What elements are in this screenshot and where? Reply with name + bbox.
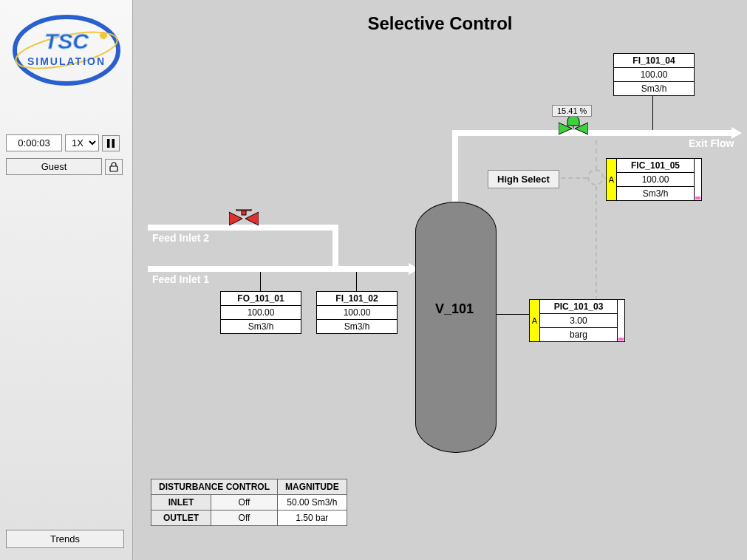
high-select-button[interactable]: High Select [488, 170, 559, 188]
tag-name: FIC_101_05 [617, 159, 694, 173]
svg-rect-5 [107, 139, 110, 148]
valve-pct-readout: 15.41 % [552, 105, 592, 117]
exit-label: Exit Flow [689, 137, 734, 149]
svg-point-2 [100, 32, 107, 39]
svg-rect-6 [112, 139, 115, 148]
inlet-label: INLET [151, 495, 211, 511]
control-valve[interactable] [559, 117, 588, 140]
tag-fi-101-02[interactable]: FI_101_02 100.00 Sm3/h [316, 291, 398, 334]
vessel-label: V_101 [414, 301, 495, 317]
tag-value: 100.00 [317, 306, 397, 320]
tag-line-fi2 [356, 272, 357, 293]
lock-button[interactable] [105, 159, 123, 175]
tag-value: 3.00 [540, 314, 617, 328]
inlet-magnitude: 50.00 Sm3/h [278, 495, 347, 511]
tag-unit: Sm3/h [221, 320, 301, 333]
tag-name: PIC_101_03 [540, 300, 617, 314]
inlet-state-button[interactable]: Off [211, 495, 278, 511]
speed-select[interactable]: 1X [65, 134, 99, 151]
tag-name: FI_101_02 [317, 292, 397, 306]
disturbance-header: DISTURBANCE CONTROL [151, 479, 278, 495]
tag-pic-101-03[interactable]: A PIC_101_03 3.00 barg [529, 299, 625, 342]
svg-text:TSC: TSC [44, 29, 89, 53]
magnitude-header: MAGNITUDE [278, 479, 347, 495]
dashed-valve-down [596, 140, 597, 170]
tag-line-pic [497, 314, 531, 315]
svg-rect-11 [236, 209, 251, 211]
svg-text:SIMULATION: SIMULATION [27, 55, 106, 67]
tag-name: FI_101_04 [614, 54, 694, 68]
feed2-label: Feed Inlet 2 [152, 232, 209, 244]
tag-value: 100.00 [221, 306, 301, 320]
lock-icon [109, 162, 118, 172]
tsc-logo: TSC SIMULATION [7, 6, 126, 95]
tag-line-fo [260, 272, 261, 293]
sidebar: TSC SIMULATION 0:00:03 1X Guest Trends [0, 0, 133, 560]
selector-junction [587, 169, 604, 185]
page-title: Selective Control [133, 13, 747, 34]
tag-unit: Sm3/h [617, 187, 694, 200]
outlet-state-button[interactable]: Off [211, 511, 278, 526]
pipe-feed2-drop [332, 225, 338, 269]
dashed-down-to-pic [596, 186, 597, 301]
user-button[interactable]: Guest [6, 158, 102, 175]
tag-value: 100.00 [614, 68, 694, 82]
controller-bar [617, 300, 624, 341]
diagram-canvas: Selective Control Feed Inlet 2 Feed Inle… [133, 0, 747, 560]
svg-rect-7 [110, 166, 117, 171]
outlet-magnitude: 1.50 bar [278, 511, 347, 526]
vessel-v101 [415, 202, 497, 453]
tag-fo-101-01[interactable]: FO_101_01 100.00 Sm3/h [220, 291, 301, 334]
tag-fic-101-05[interactable]: A FIC_101_05 100.00 Sm3/h [606, 158, 702, 201]
trends-button[interactable]: Trends [6, 530, 124, 548]
disturbance-table: DISTURBANCE CONTROL MAGNITUDE INLET Off … [151, 479, 347, 526]
pipe-feed1 [148, 266, 410, 272]
svg-marker-8 [229, 212, 242, 225]
tag-name: FO_101_01 [221, 292, 301, 306]
tag-fi-101-04[interactable]: FI_101_04 100.00 Sm3/h [613, 53, 695, 96]
controller-mode: A [607, 159, 617, 200]
tag-unit: Sm3/h [317, 320, 397, 333]
tag-unit: Sm3/h [614, 82, 694, 95]
outlet-label: OUTLET [151, 511, 211, 526]
feed1-label: Feed Inlet 1 [152, 273, 209, 285]
pipe-exit-horiz [452, 130, 733, 136]
sim-time: 0:00:03 [6, 134, 62, 151]
tag-unit: barg [540, 328, 617, 341]
pipe-exit-vert [452, 130, 458, 204]
pause-icon [107, 139, 115, 148]
tag-value: 100.00 [617, 173, 694, 187]
controller-bar [694, 159, 701, 200]
controller-mode: A [530, 300, 540, 341]
hand-valve[interactable] [229, 209, 259, 228]
svg-marker-9 [245, 212, 259, 225]
pause-button[interactable] [102, 135, 120, 151]
